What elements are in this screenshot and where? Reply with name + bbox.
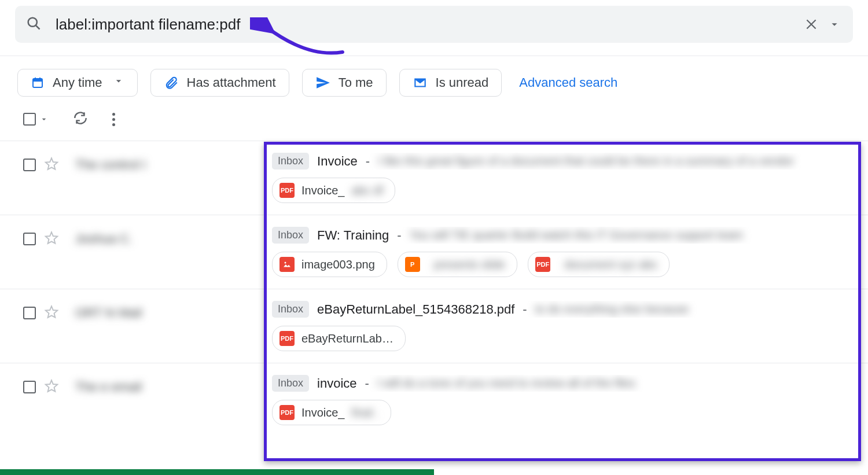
star-icon[interactable] [44,304,59,322]
svg-point-0 [28,18,37,27]
star-icon[interactable] [44,378,59,396]
sender-name-redacted: The e email [75,380,142,395]
send-icon [315,75,330,90]
unread-mail-icon [413,75,428,90]
attachment-chip[interactable]: P presentx slide [398,252,517,277]
star-icon[interactable] [44,230,59,248]
svg-line-1 [36,25,39,29]
email-row[interactable]: The control I Inbox Invoice - I like thi… [0,141,868,215]
subject-separator: - [397,228,401,243]
filter-chip-to-me[interactable]: To me [302,69,387,97]
email-subject: invoice [317,376,356,391]
attachment-name: Invoice_ [301,406,345,419]
sender-name-redacted: The control I [75,157,146,172]
sender-name-redacted: ORT hi Mail [75,305,142,321]
email-subject: FW: Training [317,228,389,243]
more-menu-button[interactable] [112,113,115,126]
email-snippet-redacted: I like this great figure of a document t… [378,154,794,168]
label-chip-inbox: Inbox [272,153,309,170]
email-subject: Invoice [317,154,358,169]
subject-separator: - [365,376,369,391]
search-icon [25,15,42,34]
email-row[interactable]: ORT hi Mail Inbox eBayReturnLabel_515436… [0,289,868,363]
attachment-name-redacted: abc df [352,184,383,197]
attachment-name-redacted: presentx slide [434,258,505,271]
svg-point-8 [285,262,286,264]
attachment-name-redacted: final . [352,406,380,419]
filter-chip-has-attachment[interactable]: Has attachment [150,69,289,97]
chevron-down-icon [39,115,49,124]
filter-chip-label: To me [339,75,373,90]
row-checkbox[interactable] [23,381,36,393]
attachment-name: image003.png [301,258,375,271]
email-list: The control I Inbox Invoice - I like thi… [0,141,868,437]
label-chip-inbox: Inbox [272,227,309,244]
star-icon[interactable] [44,156,59,174]
label-chip-inbox: Inbox [272,301,309,318]
attachment-row: PDF Invoice_ abc df [272,178,859,203]
row-checkbox[interactable] [23,159,36,171]
attachment-chip[interactable]: PDF document xyz abc [528,252,670,277]
search-bar[interactable]: label:important filename:pdf [15,6,853,43]
calendar-icon [31,76,45,90]
attachment-chip[interactable]: PDF Invoice_ abc df [272,178,395,203]
attachment-chip[interactable]: image003.png [272,252,387,277]
row-checkbox[interactable] [23,307,36,319]
row-checkbox[interactable] [23,233,36,245]
refresh-button[interactable] [73,111,88,128]
search-input[interactable]: label:important filename:pdf [56,16,800,34]
subject-separator: - [366,154,370,169]
email-snippet-redacted: I will do a tone of you need to review a… [377,377,635,390]
filter-chip-label: Has attachment [187,75,276,90]
email-row[interactable]: The e email Inbox invoice - I will do a … [0,363,868,437]
attachment-name-redacted: document xyz abc [564,258,657,271]
list-toolbar [0,111,868,141]
attachment-chip[interactable]: PDF Invoice_ final . [272,400,391,425]
svg-rect-5 [33,79,42,82]
filter-chip-any-time[interactable]: Any time [17,69,138,97]
email-subject: eBayReturnLabel_5154368218.pdf [317,302,514,317]
attachment-row: PDF eBayReturnLab… [272,326,859,351]
chevron-down-icon [113,75,124,90]
subject-separator: - [523,302,527,317]
bottom-accent-bar [0,469,434,475]
filter-chip-is-unread[interactable]: Is unread [399,69,502,97]
filter-chips-row: Any time Has attachment To me Is unread … [0,56,868,111]
attachment-name: Invoice_ [301,184,345,197]
attachment-row: PDF Invoice_ final . [272,400,859,425]
advanced-search-link[interactable]: Advanced search [519,75,617,90]
email-snippet-redacted: to do everything else because [535,303,689,316]
email-row[interactable]: Joshua C. Inbox FW: Training - You will … [0,215,868,289]
clear-search-button[interactable] [800,13,823,36]
attachment-icon [164,75,179,90]
attachment-row: image003.png P presentx slide PDF docume… [272,252,859,277]
attachment-chip[interactable]: PDF eBayReturnLab… [272,326,406,351]
search-options-dropdown[interactable] [823,13,846,36]
email-snippet-redacted: You will TIE quarter Build watch this IT… [410,229,744,242]
select-all-checkbox[interactable] [23,113,49,126]
filter-chip-label: Is unread [436,75,489,90]
label-chip-inbox: Inbox [272,375,309,392]
sender-name-redacted: Joshua C. [75,231,133,246]
attachment-name: eBayReturnLab… [301,332,393,345]
filter-chip-label: Any time [53,75,102,90]
